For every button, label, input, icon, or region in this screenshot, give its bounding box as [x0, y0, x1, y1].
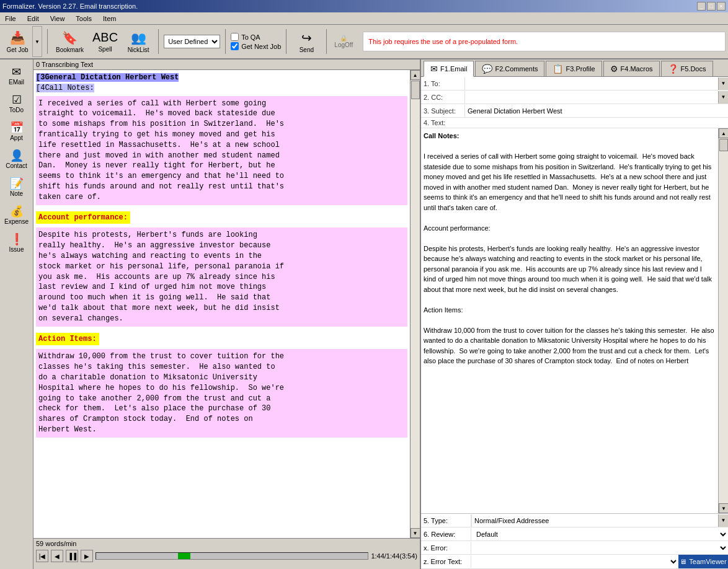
- header-line1: [3General Dictation Herbert West: [36, 73, 179, 82]
- email-scroll-thumb[interactable]: [719, 139, 728, 151]
- tab-f2comments-label: F2.Comments: [495, 65, 538, 73]
- text-content[interactable]: [3General Dictation Herbert West [4Call …: [33, 70, 410, 538]
- error-text-row: z. Error Text: 🖥 TeamViewer: [421, 555, 728, 569]
- type-select-wrapper[interactable]: ▼: [471, 514, 728, 527]
- f4macros-icon: ⚙: [610, 64, 618, 74]
- logoff-button[interactable]: 🔒 LogOff: [332, 32, 355, 51]
- cc-dropdown-button[interactable]: ▼: [718, 91, 728, 104]
- f2comments-icon: 💬: [482, 64, 492, 74]
- cc-input[interactable]: [464, 91, 718, 104]
- get-job-button[interactable]: 📥 Get Job: [2, 26, 32, 57]
- email-scroll-track[interactable]: [719, 138, 728, 503]
- subject-row: 3. Subject:: [421, 104, 728, 118]
- email-scroll-down[interactable]: ▼: [719, 503, 728, 513]
- scroll-thumb[interactable]: [411, 81, 420, 99]
- sidebar-item-todo[interactable]: ☑ ToDo: [1, 90, 32, 117]
- sidebar-item-note[interactable]: 📝 Note: [1, 174, 32, 200]
- body-title: Call Notes:: [424, 132, 459, 139]
- toqa-checkbox[interactable]: [231, 33, 239, 41]
- error-select[interactable]: [471, 542, 728, 554]
- to-row: 1. To: ▼: [421, 77, 728, 90]
- user-defined-dropdown[interactable]: User Defined: [164, 35, 220, 48]
- menu-view[interactable]: View: [48, 14, 68, 24]
- email-scrollbar[interactable]: ▲ ▼: [718, 128, 728, 513]
- type-label: 5. Type:: [421, 516, 471, 526]
- review-select[interactable]: Default: [471, 528, 728, 540]
- rewind-button[interactable]: ◀: [51, 550, 63, 562]
- error-text-select-wrapper[interactable]: [471, 555, 678, 568]
- tab-f4macros[interactable]: ⚙ F4.Macros: [603, 61, 660, 76]
- left-sidebar: ✉ EMail ☑ ToDo 📅 Appt 👤 Contact 📝 Note 💰…: [0, 60, 33, 569]
- sidebar-item-email[interactable]: ✉ EMail: [1, 62, 32, 89]
- minimize-button[interactable]: _: [697, 2, 706, 11]
- tab-f1email[interactable]: ✉ F1.Email: [424, 61, 474, 77]
- progress-track[interactable]: [95, 552, 368, 560]
- playback-bar[interactable]: |◀ ◀ ▐▐ ▶ 1:44/1:44(3:54): [33, 549, 420, 563]
- section1-text: I received a series of call with Herbert…: [38, 99, 405, 203]
- spell-button[interactable]: ABC Spell: [89, 26, 121, 57]
- to-dropdown-button[interactable]: ▼: [718, 77, 728, 90]
- review-label: 6. Review:: [421, 529, 471, 539]
- to-label: 1. To:: [421, 79, 464, 89]
- section2-label: Account performance:: [36, 211, 130, 224]
- scroll-track[interactable]: [411, 80, 420, 528]
- type-input[interactable]: [471, 514, 718, 527]
- get-job-dropdown-arrow[interactable]: ▼: [32, 26, 42, 57]
- body-text: I received a series of call with Herbert…: [424, 152, 716, 364]
- contact-icon: 👤: [10, 149, 24, 162]
- tab-f4macros-label: F4.Macros: [621, 65, 653, 73]
- menu-edit[interactable]: Edit: [25, 14, 42, 24]
- sidebar-item-contact[interactable]: 👤 Contact: [1, 146, 32, 172]
- tabs-bar: ✉ F1.Email 💬 F2.Comments 📋 F3.Profile ⚙ …: [421, 60, 728, 77]
- separator-4: [286, 29, 286, 54]
- scroll-up-button[interactable]: ▲: [411, 70, 420, 80]
- to-input[interactable]: [464, 77, 718, 90]
- error-text-select[interactable]: [471, 555, 678, 568]
- title-bar: Formalizer. Version 2.27. Email transcri…: [0, 0, 728, 12]
- get-next-job-checkbox[interactable]: [231, 42, 239, 50]
- section2-label-block: Account performance:: [36, 208, 407, 226]
- subject-input[interactable]: [464, 105, 728, 117]
- text-label: 4. Text:: [424, 119, 445, 126]
- email-body[interactable]: Call Notes: I received a series of call …: [421, 128, 718, 513]
- menu-item[interactable]: Item: [100, 14, 118, 24]
- review-select-wrapper[interactable]: Default: [471, 528, 728, 540]
- note-icon: 📝: [10, 177, 24, 190]
- error-row: x. Error:: [421, 541, 728, 555]
- f3profile-icon: 📋: [553, 64, 563, 74]
- logoff-icon: 🔒: [340, 35, 347, 42]
- form-area: 1. To: ▼ 2. CC: ▼ 3. Subject: 4. Tex: [421, 77, 728, 569]
- forward-button[interactable]: ▶: [81, 550, 93, 562]
- tab-f2comments[interactable]: 💬 F2.Comments: [475, 61, 544, 76]
- play-button[interactable]: ▐▐: [66, 550, 78, 562]
- menu-file[interactable]: File: [2, 14, 19, 24]
- separator-5: [326, 29, 327, 54]
- error-label: x. Error:: [421, 543, 471, 553]
- sidebar-item-appt[interactable]: 📅 Appt: [1, 118, 32, 144]
- window-controls[interactable]: _ □ ×: [697, 2, 726, 11]
- skip-start-button[interactable]: |◀: [36, 550, 48, 562]
- content-area: 0 Transcribing Text [3General Dictation …: [33, 60, 728, 569]
- maximize-button[interactable]: □: [707, 2, 716, 11]
- sidebar-item-issue[interactable]: ❗ Issue: [1, 229, 32, 256]
- separator-3: [225, 29, 226, 54]
- menu-tools[interactable]: Tools: [73, 14, 94, 24]
- cc-row: 2. CC: ▼: [421, 90, 728, 104]
- text-scrollbar[interactable]: ▲ ▼: [410, 70, 420, 538]
- progress-thumb[interactable]: [178, 553, 190, 559]
- bookmark-button[interactable]: 🔖 Bookmark: [53, 26, 87, 57]
- tab-f3profile[interactable]: 📋 F3.Profile: [546, 61, 601, 76]
- warning-bar: This job requires the use of a pre-popul…: [363, 32, 726, 51]
- nicklist-button[interactable]: 👥 NickList: [123, 26, 153, 57]
- tab-f1email-label: F1.Email: [440, 65, 467, 73]
- close-button[interactable]: ×: [717, 2, 726, 11]
- error-select-wrapper[interactable]: [471, 542, 728, 554]
- email-scroll-up[interactable]: ▲: [719, 128, 728, 138]
- teamviewer-button[interactable]: 🖥 TeamViewer: [678, 555, 728, 568]
- sidebar-item-expense[interactable]: 💰 Expense: [1, 201, 32, 228]
- section3-label: Action Items:: [36, 333, 99, 346]
- send-button[interactable]: ↪ Send: [291, 26, 321, 57]
- tab-f5docs[interactable]: ❓ F5.Docs: [661, 61, 713, 76]
- scroll-down-button[interactable]: ▼: [411, 528, 420, 538]
- type-dropdown-button[interactable]: ▼: [718, 514, 728, 527]
